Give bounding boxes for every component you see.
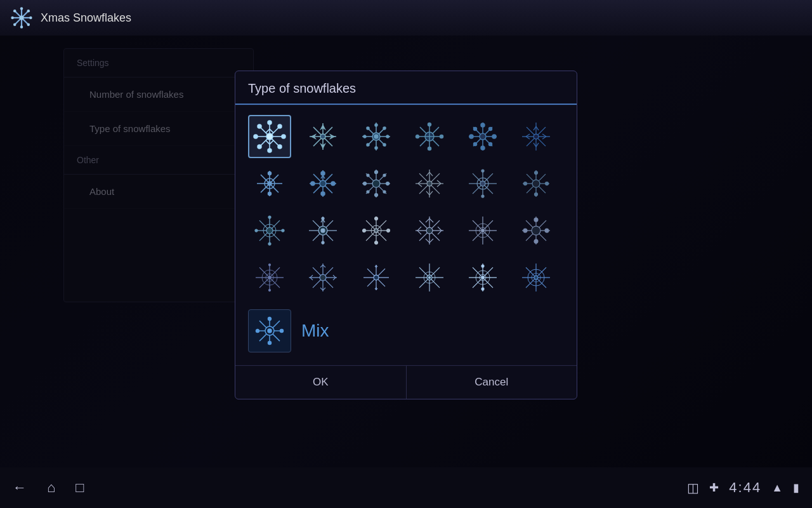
cancel-button[interactable]: Cancel [407, 366, 577, 399]
dialog-body: Mix [235, 105, 577, 365]
svg-line-191 [417, 231, 421, 234]
snowflake-cell-8[interactable] [301, 162, 344, 205]
svg-point-9 [13, 10, 16, 13]
svg-line-229 [310, 275, 313, 277]
taskbar-right: ◫ ✚ 4:44 ▲ ▮ [687, 479, 799, 496]
back-button[interactable]: ← [13, 479, 27, 496]
snowflake-cell-3[interactable] [355, 115, 398, 158]
snowflake-cell-11[interactable] [461, 162, 504, 205]
svg-line-132 [437, 180, 441, 184]
svg-point-17 [266, 133, 273, 140]
svg-point-171 [322, 241, 324, 244]
svg-point-105 [311, 182, 315, 185]
mix-label: Mix [301, 321, 329, 341]
svg-point-47 [363, 135, 366, 138]
svg-point-219 [269, 290, 271, 291]
battery-icon: ▮ [793, 481, 799, 495]
svg-point-103 [321, 171, 325, 175]
snowflake-cell-24[interactable] [514, 256, 558, 299]
svg-point-194 [426, 227, 433, 234]
svg-point-69 [481, 123, 485, 127]
svg-point-158 [268, 216, 271, 218]
snowflake-cell-22[interactable] [408, 256, 451, 299]
home-button[interactable]: ⌂ [47, 479, 55, 496]
svg-point-274 [268, 342, 272, 345]
screen-icon: ◫ [687, 480, 699, 495]
svg-line-130 [418, 180, 422, 184]
svg-line-131 [418, 184, 422, 187]
svg-point-50 [383, 144, 386, 146]
snowflake-cell-4[interactable] [408, 115, 451, 158]
snowflake-cell-17[interactable] [461, 209, 504, 252]
snowflake-cell-23[interactable] [461, 256, 504, 299]
snowflake-cell-5[interactable] [461, 115, 504, 158]
mix-snowflake-icon[interactable] [248, 309, 291, 352]
svg-point-45 [375, 124, 377, 126]
svg-point-19 [268, 149, 272, 152]
snowflake-cell-14[interactable] [301, 209, 344, 252]
snowflake-cell-7[interactable] [248, 162, 291, 205]
svg-point-22 [258, 124, 261, 128]
svg-point-95 [268, 182, 272, 185]
snowflake-cell-21[interactable] [355, 256, 398, 299]
svg-point-167 [321, 229, 325, 232]
svg-line-225 [320, 265, 323, 267]
svg-point-21 [282, 135, 285, 138]
svg-point-116 [363, 182, 367, 185]
dialog-title: Type of snowflakes [248, 81, 356, 95]
snowflake-cell-13[interactable] [248, 209, 291, 252]
svg-point-102 [320, 180, 326, 187]
svg-line-128 [426, 191, 429, 195]
snowflake-cell-6[interactable] [514, 115, 558, 158]
svg-point-34 [320, 134, 325, 139]
top-bar: Xmas Snowflakes [0, 0, 812, 36]
svg-point-73 [474, 128, 477, 131]
svg-point-6 [20, 25, 23, 29]
svg-point-117 [386, 182, 390, 185]
snowflake-cell-16[interactable] [408, 209, 451, 252]
snowflake-cell-10[interactable] [408, 162, 451, 205]
mix-row[interactable]: Mix [248, 307, 564, 355]
snowflake-cell-1[interactable] [248, 115, 291, 158]
dialog-buttons: OK Cancel [235, 366, 577, 399]
svg-point-74 [489, 143, 492, 146]
recents-button[interactable]: □ [75, 479, 84, 496]
svg-line-192 [438, 227, 442, 231]
svg-line-193 [438, 231, 442, 234]
svg-line-26 [266, 129, 270, 133]
svg-point-237 [374, 275, 379, 280]
svg-point-272 [268, 329, 272, 333]
svg-point-71 [469, 135, 473, 138]
signal-icon: ▲ [771, 481, 783, 495]
snowflake-type-dialog: Type of snowflakes [235, 70, 577, 399]
snowflake-cell-15[interactable] [355, 209, 398, 252]
snowflake-cell-2[interactable] [301, 115, 344, 158]
svg-line-89 [542, 137, 546, 139]
svg-point-258 [481, 265, 484, 267]
ok-button[interactable]: OK [235, 366, 406, 399]
svg-point-18 [268, 121, 272, 124]
svg-point-134 [427, 181, 432, 186]
svg-line-126 [426, 172, 429, 176]
svg-point-7 [11, 17, 14, 20]
svg-point-12 [13, 23, 16, 27]
snowflake-cell-19[interactable] [248, 256, 291, 299]
svg-point-259 [481, 288, 484, 290]
snowflake-cell-20[interactable] [301, 256, 344, 299]
main-content: Settings Number of snowflakes Type of sn… [0, 36, 812, 467]
svg-point-178 [375, 217, 378, 220]
svg-line-227 [320, 288, 323, 290]
svg-point-48 [386, 135, 389, 138]
svg-line-230 [310, 277, 313, 280]
svg-point-75 [489, 128, 492, 131]
svg-point-113 [372, 180, 380, 187]
svg-point-209 [523, 229, 527, 232]
snowflake-cell-12[interactable] [514, 162, 558, 205]
usb-icon: ✚ [709, 481, 719, 495]
snowflake-cell-9[interactable] [355, 162, 398, 205]
svg-line-190 [417, 227, 421, 231]
svg-point-44 [374, 135, 378, 138]
snowflake-cell-18[interactable] [514, 209, 558, 252]
svg-point-157 [266, 227, 273, 234]
svg-point-4 [19, 15, 23, 20]
